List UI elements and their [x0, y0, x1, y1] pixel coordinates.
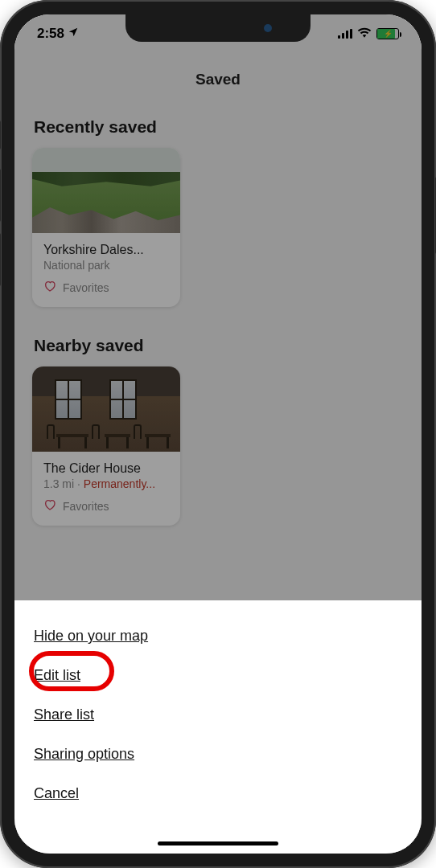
sheet-edit-list[interactable]: Edit list: [34, 656, 80, 695]
volume-down-button: [0, 233, 1, 286]
sheet-share-list[interactable]: Share list: [34, 695, 94, 735]
sheet-cancel[interactable]: Cancel: [34, 774, 79, 813]
sheet-sharing-options[interactable]: Sharing options: [34, 735, 134, 774]
screen: 2:58 ⚡: [14, 14, 422, 854]
notch: [125, 14, 311, 42]
silence-switch: [0, 121, 1, 149]
volume-up-button: [0, 169, 1, 222]
phone-frame: 2:58 ⚡: [0, 0, 436, 868]
action-sheet: Hide on your map Edit list Share list Sh…: [14, 600, 422, 854]
sheet-hide-on-map[interactable]: Hide on your map: [34, 616, 148, 656]
home-indicator[interactable]: [158, 841, 278, 845]
